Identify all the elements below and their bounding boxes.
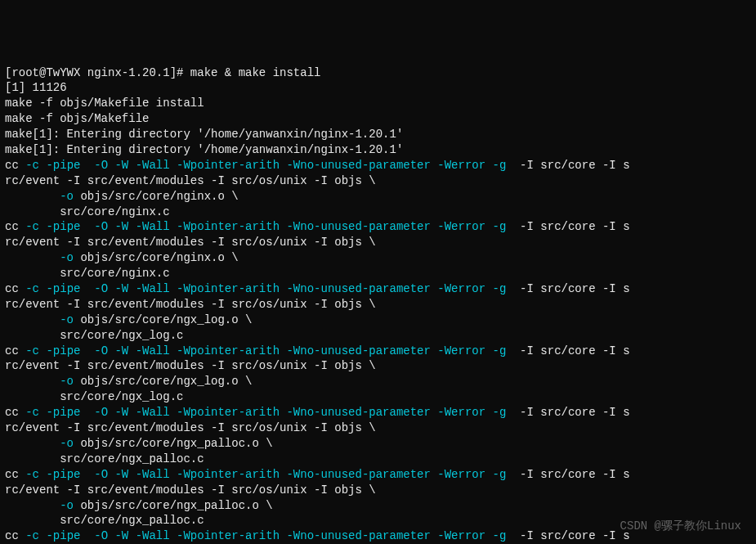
terminal-text-segment: -o: [60, 437, 74, 450]
terminal-text-segment: [root@TwYWX nginx-1.20.1]# make & make i…: [5, 66, 320, 79]
terminal-text-segment: make -f objs/Makefile: [5, 112, 149, 125]
terminal-text-segment: -I src/core -I s: [513, 220, 630, 233]
terminal-text-segment: src/core/ngx_log.c: [5, 390, 183, 403]
terminal-line: make -f objs/Makefile install: [5, 96, 751, 111]
terminal-line: [root@TwYWX nginx-1.20.1]# make & make i…: [5, 65, 751, 81]
terminal-line: [1] 11126: [5, 80, 751, 96]
terminal-text-segment: cc: [5, 159, 25, 172]
terminal-text-segment: -c -pipe -O -W -Wall -Wpointer-arith -Wn…: [25, 220, 513, 233]
terminal-text-segment: [1] 11126: [5, 81, 67, 94]
terminal-text-segment: objs/src/core/ngx_log.o \: [74, 375, 252, 388]
terminal-text-segment: -c -pipe -O -W -Wall -Wpointer-arith -Wn…: [25, 529, 513, 542]
terminal-text-segment: -I src/core -I s: [513, 282, 630, 295]
terminal-line: src/core/ngx_palloc.c: [5, 452, 751, 467]
terminal-line: rc/event -I src/event/modules -I src/os/…: [5, 483, 751, 498]
terminal-text-segment: -c -pipe -O -W -Wall -Wpointer-arith -Wn…: [25, 344, 513, 357]
terminal-line: cc -c -pipe -O -W -Wall -Wpointer-arith …: [5, 344, 751, 359]
terminal-text-segment: objs/src/core/ngx_log.o \: [74, 313, 252, 326]
terminal-line: cc -c -pipe -O -W -Wall -Wpointer-arith …: [5, 405, 751, 420]
terminal-text-segment: src/core/nginx.c: [5, 267, 170, 280]
terminal-line: cc -c -pipe -O -W -Wall -Wpointer-arith …: [5, 467, 751, 483]
terminal-line: -o objs/src/core/nginx.o \: [5, 189, 751, 205]
terminal-text-segment: -I src/core -I s: [513, 529, 630, 542]
terminal-line: -o objs/src/core/ngx_palloc.o \: [5, 436, 751, 452]
terminal-line: cc -c -pipe -O -W -Wall -Wpointer-arith …: [5, 281, 751, 297]
terminal-line: src/core/ngx_log.c: [5, 328, 751, 344]
terminal-text-segment: -I src/core -I s: [513, 344, 630, 357]
terminal-text-segment: -o: [60, 375, 74, 388]
terminal-text-segment: -o: [60, 190, 74, 203]
terminal-line: src/core/ngx_log.c: [5, 389, 751, 405]
terminal-text-segment: objs/src/core/nginx.o \: [74, 190, 239, 203]
terminal-text-segment: objs/src/core/ngx_palloc.o \: [74, 499, 273, 512]
terminal-text-segment: -I src/core -I s: [513, 159, 630, 172]
terminal-text-segment: [5, 375, 60, 388]
terminal-line: cc -c -pipe -O -W -Wall -Wpointer-arith …: [5, 219, 751, 235]
terminal-line: rc/event -I src/event/modules -I src/os/…: [5, 420, 751, 436]
terminal-text-segment: cc: [5, 220, 25, 233]
terminal-text-segment: rc/event -I src/event/modules -I src/os/…: [5, 236, 376, 249]
terminal-text-segment: make -f objs/Makefile install: [5, 97, 204, 110]
terminal-text-segment: objs/src/core/nginx.o \: [74, 251, 239, 264]
terminal-text-segment: src/core/ngx_palloc.c: [5, 452, 204, 465]
terminal-text-segment: rc/event -I src/event/modules -I src/os/…: [5, 298, 376, 311]
terminal-text-segment: -c -pipe -O -W -Wall -Wpointer-arith -Wn…: [25, 282, 513, 295]
terminal-text-segment: cc: [5, 344, 25, 357]
terminal-text-segment: -o: [60, 313, 74, 326]
terminal-line: -o objs/src/core/nginx.o \: [5, 250, 751, 266]
terminal-text-segment: src/core/nginx.c: [5, 205, 170, 218]
terminal-text-segment: make[1]: Entering directory '/home/yanwa…: [5, 143, 403, 156]
terminal-text-segment: -o: [60, 499, 74, 512]
terminal-text-segment: src/core/ngx_log.c: [5, 329, 183, 342]
terminal-text-segment: cc: [5, 406, 25, 419]
watermark: CSDN @骡子教你Linux: [620, 519, 741, 534]
terminal-text-segment: src/core/ngx_palloc.c: [5, 514, 204, 527]
terminal-text-segment: make[1]: Entering directory '/home/yanwa…: [5, 128, 403, 141]
terminal-text-segment: [5, 190, 60, 203]
terminal-line: -o objs/src/core/ngx_log.o \: [5, 374, 751, 389]
terminal-text-segment: -c -pipe -O -W -Wall -Wpointer-arith -Wn…: [25, 406, 513, 419]
terminal-output[interactable]: [root@TwYWX nginx-1.20.1]# make & make i…: [5, 65, 751, 544]
terminal-line: rc/event -I src/event/modules -I src/os/…: [5, 173, 751, 189]
terminal-line: src/core/nginx.c: [5, 266, 751, 281]
terminal-line: rc/event -I src/event/modules -I src/os/…: [5, 235, 751, 250]
terminal-line: src/core/nginx.c: [5, 205, 751, 220]
terminal-text-segment: -c -pipe -O -W -Wall -Wpointer-arith -Wn…: [25, 159, 513, 172]
terminal-text-segment: -o: [60, 251, 74, 264]
terminal-line: cc -c -pipe -O -W -Wall -Wpointer-arith …: [5, 158, 751, 173]
terminal-text-segment: cc: [5, 468, 25, 481]
terminal-text-segment: rc/event -I src/event/modules -I src/os/…: [5, 359, 376, 372]
terminal-line: make -f objs/Makefile: [5, 111, 751, 127]
terminal-text-segment: rc/event -I src/event/modules -I src/os/…: [5, 421, 376, 434]
terminal-text-segment: objs/src/core/ngx_palloc.o \: [74, 437, 273, 450]
terminal-text-segment: rc/event -I src/event/modules -I src/os/…: [5, 174, 376, 187]
terminal-text-segment: [5, 251, 60, 264]
terminal-text-segment: [5, 499, 60, 512]
terminal-line: rc/event -I src/event/modules -I src/os/…: [5, 358, 751, 374]
terminal-text-segment: -I src/core -I s: [513, 406, 630, 419]
terminal-text-segment: cc: [5, 529, 25, 542]
terminal-line: -o objs/src/core/ngx_palloc.o \: [5, 498, 751, 514]
terminal-line: rc/event -I src/event/modules -I src/os/…: [5, 297, 751, 312]
terminal-text-segment: -c -pipe -O -W -Wall -Wpointer-arith -Wn…: [25, 468, 513, 481]
terminal-text-segment: [5, 313, 60, 326]
terminal-line: make[1]: Entering directory '/home/yanwa…: [5, 127, 751, 142]
terminal-line: make[1]: Entering directory '/home/yanwa…: [5, 142, 751, 158]
terminal-text-segment: rc/event -I src/event/modules -I src/os/…: [5, 483, 376, 497]
terminal-line: -o objs/src/core/ngx_log.o \: [5, 312, 751, 328]
terminal-text-segment: cc: [5, 282, 25, 295]
terminal-text-segment: -I src/core -I s: [513, 468, 630, 481]
terminal-text-segment: [5, 437, 60, 450]
